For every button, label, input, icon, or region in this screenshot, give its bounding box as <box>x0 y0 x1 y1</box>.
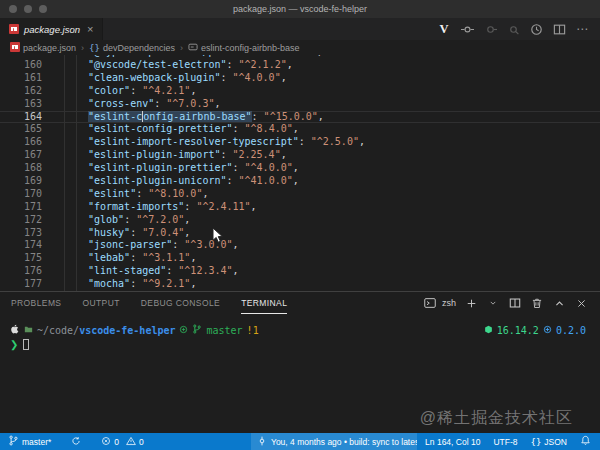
terminal-cursor <box>23 339 29 350</box>
panel-tab-problems[interactable]: PROBLEMS <box>11 292 61 314</box>
node-icon <box>484 324 493 337</box>
code-line[interactable]: 171"format-imports": "^2.4.11", <box>0 201 600 214</box>
code-line[interactable]: 169"eslint-plugin-unicorn": "^41.0.0", <box>0 175 600 188</box>
json-string-value: "2.25.4" <box>233 149 281 160</box>
npm-icon <box>10 42 20 54</box>
panel-tab-terminal[interactable]: TERMINAL <box>241 292 287 314</box>
breadcrumb-item-devdependencies[interactable]: {} devDependencies <box>89 43 175 53</box>
status-line-col[interactable]: Ln 164, Col 10 <box>425 437 480 447</box>
json-string-value: "^3.1.1" <box>142 252 190 263</box>
more-actions-icon[interactable]: ⋯ <box>575 22 589 36</box>
branch-icon <box>192 324 202 337</box>
indent-guide <box>76 55 77 291</box>
line-number: 164 <box>0 111 42 124</box>
tab-bar: package.json × V⋯ <box>0 18 600 40</box>
terminal[interactable]: ~/code/vscode-fe-helper master !1 16.14.… <box>0 314 600 351</box>
line-number: 177 <box>0 278 42 291</box>
json-key: "color" <box>88 85 130 96</box>
code-line[interactable]: 173"husky": "7.0.4", <box>0 227 600 240</box>
code-line[interactable]: 172"glob": "^7.2.0", <box>0 214 600 227</box>
terminal-git-status: !1 <box>247 324 259 337</box>
add-terminal-icon[interactable] <box>464 296 478 310</box>
circle-dim-alt-icon[interactable] <box>506 22 520 36</box>
close-icon[interactable]: × <box>87 24 93 35</box>
braces-icon: {} <box>89 43 100 53</box>
chevron-right-icon: › <box>79 43 86 53</box>
maximize-panel-icon[interactable] <box>552 296 566 310</box>
status-git-blame[interactable]: You, 4 months ago • build: sync to lates… <box>251 433 417 450</box>
code-line[interactable]: 165"eslint-config-prettier": "^8.4.0", <box>0 123 600 136</box>
line-number: 172 <box>0 214 42 227</box>
code-line[interactable]: 175"lebab": "^3.1.1", <box>0 252 600 265</box>
status-branch[interactable]: master* <box>8 435 51 448</box>
json-key: "eslint-import-resolver-typescript" <box>88 136 299 147</box>
traffic-lights <box>9 5 47 13</box>
git-icon <box>179 324 188 337</box>
code-line[interactable]: 174"jsonc-parser": "^3.0.0", <box>0 239 600 252</box>
code-line[interactable]: 176"lint-staged": "^12.3.4", <box>0 265 600 278</box>
history-icon[interactable] <box>529 22 543 36</box>
code-line[interactable]: 163"cross-env": "^7.0.3", <box>0 98 600 111</box>
tab-package-json[interactable]: package.json × <box>0 18 103 40</box>
json-key: "@vscode/test-electron" <box>88 59 226 70</box>
notifications-bell[interactable] <box>580 435 591 448</box>
circle-dim-icon[interactable] <box>483 22 497 36</box>
code-line[interactable]: 164"eslint-config-airbnb-base": "^15.0.0… <box>0 111 600 124</box>
branch-icon <box>8 435 19 448</box>
close-window-button[interactable] <box>9 5 17 13</box>
zoom-window-button[interactable] <box>39 5 47 13</box>
split-terminal-icon[interactable] <box>508 296 522 310</box>
code-line[interactable]: 160"@vscode/test-electron": "^2.1.2", <box>0 59 600 72</box>
code-line[interactable]: 167"eslint-plugin-import": "2.25.4", <box>0 149 600 162</box>
code-line[interactable]: 170"eslint": "^8.10.0", <box>0 188 600 201</box>
breadcrumb-item-file[interactable]: package.json <box>10 42 76 54</box>
status-sync-button[interactable] <box>71 436 81 448</box>
panel-tab-output[interactable]: OUTPUT <box>82 292 119 314</box>
line-number: 160 <box>0 59 42 72</box>
json-key: "glob" <box>88 214 124 225</box>
minimize-window-button[interactable] <box>24 5 32 13</box>
code-editor[interactable]: 159"@typescript-eslint/parser": "^5.14.0… <box>0 55 600 291</box>
json-string-value: "^4.2.1" <box>142 85 190 96</box>
package-version: 0.2.0 <box>556 324 586 337</box>
line-number: 167 <box>0 149 42 162</box>
line-number: 163 <box>0 98 42 111</box>
json-string-value: "^3.0.0" <box>184 239 232 250</box>
terminal-icon[interactable] <box>423 296 437 310</box>
status-problems[interactable]: 0 0 <box>101 436 143 448</box>
split-editor-icon[interactable] <box>552 22 566 36</box>
json-key: "mocha" <box>88 278 130 289</box>
prompt-arrow: ❯ <box>10 338 18 351</box>
chevron-down-icon[interactable] <box>486 296 500 310</box>
status-encoding[interactable]: UTF-8 <box>493 437 517 447</box>
line-number: 176 <box>0 265 42 278</box>
apple-icon <box>10 324 20 337</box>
breadcrumb: package.json › {} devDependencies › esli… <box>0 40 600 55</box>
status-language[interactable]: {} JSON <box>530 437 567 447</box>
json-key: "@typescript-eslint/parser" <box>88 55 251 57</box>
compare-changes-icon[interactable] <box>460 22 474 36</box>
editor-actions: V⋯ <box>437 18 600 40</box>
chevron-right-icon: › <box>178 43 185 53</box>
json-key: "eslint-plugin-import" <box>88 149 220 160</box>
line-number: 174 <box>0 239 42 252</box>
breadcrumb-item-symbol[interactable]: eslint-config-airbnb-base <box>188 42 300 54</box>
shell-label[interactable]: zsh <box>442 298 456 308</box>
terminal-path: ~/code/ <box>37 325 79 336</box>
code-line[interactable]: 177"mocha": "^9.2.1", <box>0 278 600 291</box>
json-string-value: "^12.3.4" <box>178 265 232 276</box>
close-panel-icon[interactable] <box>574 296 588 310</box>
indent-guide <box>64 55 65 291</box>
package-version-icon <box>543 324 552 337</box>
terminal-input-line[interactable]: ❯ <box>10 338 590 351</box>
watermark: @稀土掘金技术社区 <box>420 408 573 429</box>
code-line[interactable]: 166"eslint-import-resolver-typescript": … <box>0 136 600 149</box>
trash-icon[interactable] <box>530 296 544 310</box>
line-number: 175 <box>0 252 42 265</box>
panel-tab-debug-console[interactable]: DEBUG CONSOLE <box>141 292 220 314</box>
code-line[interactable]: 168"eslint-plugin-prettier": "^4.0.0", <box>0 162 600 175</box>
code-line[interactable]: 162"color": "^4.2.1", <box>0 85 600 98</box>
code-line[interactable]: 161"clean-webpack-plugin": "^4.0.0", <box>0 72 600 85</box>
v-extension-icon[interactable]: V <box>437 22 451 36</box>
sync-icon <box>71 436 81 448</box>
